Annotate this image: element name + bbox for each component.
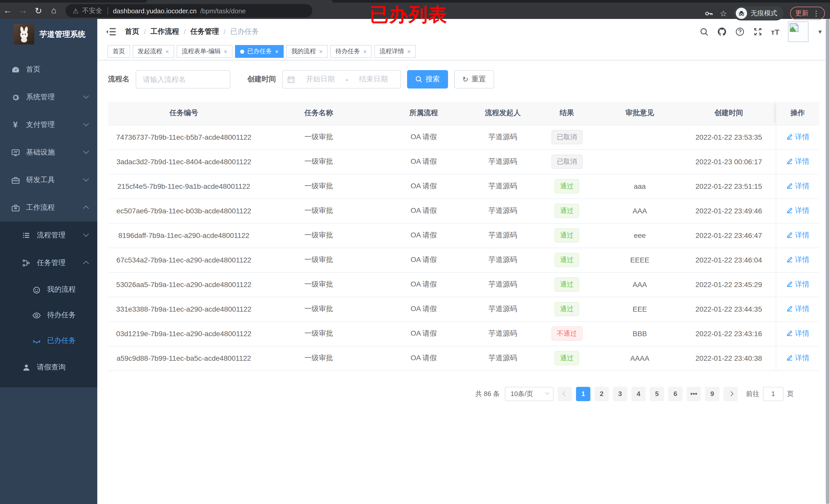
sidebar-item-请假查询[interactable]: 请假查询: [0, 354, 97, 381]
detail-button[interactable]: 详情: [786, 354, 809, 363]
detail-button[interactable]: 详情: [786, 280, 809, 289]
close-icon[interactable]: ×: [319, 48, 323, 55]
tab-已办任务[interactable]: 已办任务×: [235, 45, 284, 58]
initiator-cell: 芋道源码: [470, 321, 536, 346]
face-icon: [32, 285, 41, 294]
forward-icon[interactable]: →: [15, 6, 31, 16]
monitor-icon: [11, 148, 20, 157]
tab-待办任务[interactable]: 待办任务×: [330, 45, 372, 58]
sidebar-item-任务管理[interactable]: 任务管理: [0, 249, 97, 277]
close-icon[interactable]: ×: [224, 48, 227, 55]
process-name-input[interactable]: [136, 70, 230, 89]
app-logo-row[interactable]: 芋道管理系统: [0, 19, 97, 48]
task-name-cell: 一级审批: [260, 149, 378, 174]
fullscreen-icon[interactable]: [753, 27, 762, 36]
detail-button[interactable]: 详情: [786, 231, 809, 240]
detail-label: 详情: [795, 255, 809, 265]
browser-menu-update-button[interactable]: 更新 ⋮: [790, 7, 825, 20]
table-row: 67c534a2-7b9a-11ec-a290-acde48001122一级审批…: [108, 248, 819, 272]
prev-page-button[interactable]: [557, 387, 572, 401]
avatar[interactable]: [788, 22, 808, 42]
sidebar-item-工作流程[interactable]: 工作流程: [0, 194, 97, 222]
sidebar-item-我的流程[interactable]: 我的流程: [0, 277, 97, 302]
tab-发起流程[interactable]: 发起流程×: [133, 45, 174, 58]
sidebar-item-支付管理[interactable]: ¥支付管理: [0, 111, 97, 139]
home-icon[interactable]: ⌂: [46, 6, 61, 16]
sidebar-item-流程管理[interactable]: 流程管理: [0, 222, 97, 249]
search-button[interactable]: 搜索: [407, 70, 448, 89]
breadcrumb-separator: /: [224, 28, 226, 36]
goto-page-input[interactable]: [763, 387, 784, 401]
next-page-button[interactable]: [724, 387, 738, 401]
pencil-icon: [786, 305, 793, 313]
table-header-row: 任务编号任务名称所属流程流程发起人结果审批意见创建时间操作: [108, 102, 819, 125]
collapse-sidebar-icon[interactable]: [105, 26, 117, 37]
close-icon[interactable]: ×: [165, 48, 169, 55]
process-cell: OA 请假: [378, 346, 470, 370]
detail-button[interactable]: 详情: [786, 133, 809, 142]
sidebar-item-基础设施[interactable]: 基础设施: [0, 139, 97, 166]
detail-button[interactable]: 详情: [786, 255, 809, 265]
sidebar-item-研发工具[interactable]: 研发工具: [0, 166, 97, 194]
process-cell: OA 请假: [378, 248, 470, 272]
tab-我的流程[interactable]: 我的流程×: [286, 45, 328, 58]
tab-流程详情[interactable]: 流程详情×: [374, 45, 416, 58]
pencil-icon: [786, 157, 793, 166]
breadcrumb-item[interactable]: 任务管理: [190, 27, 219, 36]
breadcrumb-item[interactable]: 工作流程: [151, 27, 179, 36]
search-icon[interactable]: [700, 27, 708, 36]
action-cell: 详情: [776, 199, 819, 223]
font-size-icon[interactable]: тT: [771, 27, 779, 36]
close-icon[interactable]: ×: [363, 48, 366, 55]
goto-label: 前往: [746, 389, 759, 398]
sidebar-item-首页[interactable]: 首页: [0, 56, 97, 83]
back-icon[interactable]: ←: [0, 6, 15, 16]
caret-down-icon[interactable]: ▼: [817, 29, 823, 35]
sidebar-item-系统管理[interactable]: 系统管理: [0, 83, 97, 111]
create-time-cell: 2022-01-22 23:40:38: [682, 346, 776, 370]
key-icon[interactable]: [704, 9, 713, 18]
tab-流程表单-编辑[interactable]: 流程表单-编辑×: [177, 45, 232, 58]
detail-button[interactable]: 详情: [786, 206, 809, 215]
window-scrollbar[interactable]: [825, 19, 830, 504]
bookmark-star-icon[interactable]: ☆: [720, 8, 727, 18]
detail-button[interactable]: 详情: [786, 304, 809, 314]
sidebar-item-已办任务[interactable]: 已办任务: [0, 328, 97, 354]
page-button-3[interactable]: 3: [613, 387, 627, 401]
date-range-picker[interactable]: 开始日期 - 结束日期: [282, 70, 401, 89]
page-size-select[interactable]: 10条/页: [505, 387, 553, 401]
process-cell: OA 请假: [378, 297, 470, 321]
browser-active-tab[interactable]: [146, 0, 333, 3]
help-icon[interactable]: [735, 27, 744, 36]
sidebar-item-待办任务[interactable]: 待办任务: [0, 302, 97, 328]
page-button-1[interactable]: 1: [576, 387, 590, 401]
comment-cell: AAAA: [598, 346, 682, 370]
not-secure-icon: ⚠: [73, 7, 78, 14]
more-pages-button[interactable]: •••: [687, 387, 701, 401]
page-button-4[interactable]: 4: [631, 387, 646, 401]
url-bar[interactable]: ⚠ 不安全 dashboard.yudao.iocoder.cn/bpm/tas…: [66, 4, 312, 18]
person-icon: [22, 363, 31, 372]
page-button-6[interactable]: 6: [668, 387, 682, 401]
tab-首页[interactable]: 首页: [107, 45, 130, 58]
detail-button[interactable]: 详情: [786, 157, 809, 166]
reset-button[interactable]: ↻ 重置: [454, 70, 494, 89]
detail-button[interactable]: 详情: [786, 182, 809, 191]
page-button-5[interactable]: 5: [650, 387, 664, 401]
scrollbar-thumb[interactable]: [826, 19, 829, 504]
briefcase-icon: [11, 203, 20, 212]
page-button-2[interactable]: 2: [595, 387, 609, 401]
reload-icon[interactable]: ↻: [31, 5, 46, 16]
chevron-up-icon: [83, 206, 89, 211]
navbar-actions: тT ▼: [700, 22, 823, 42]
close-icon[interactable]: ×: [275, 48, 279, 55]
end-date-placeholder: 结束日期: [351, 75, 396, 84]
page-button-9[interactable]: 9: [705, 387, 720, 401]
task-table: 任务编号任务名称所属流程流程发起人结果审批意见创建时间操作 74736737-7…: [108, 102, 819, 371]
task-name-cell: 一级审批: [260, 199, 378, 223]
breadcrumb-item[interactable]: 首页: [125, 27, 139, 36]
close-icon[interactable]: ×: [407, 48, 411, 55]
column-header: 任务编号: [108, 102, 260, 125]
detail-button[interactable]: 详情: [786, 329, 809, 338]
github-icon[interactable]: [717, 27, 726, 36]
